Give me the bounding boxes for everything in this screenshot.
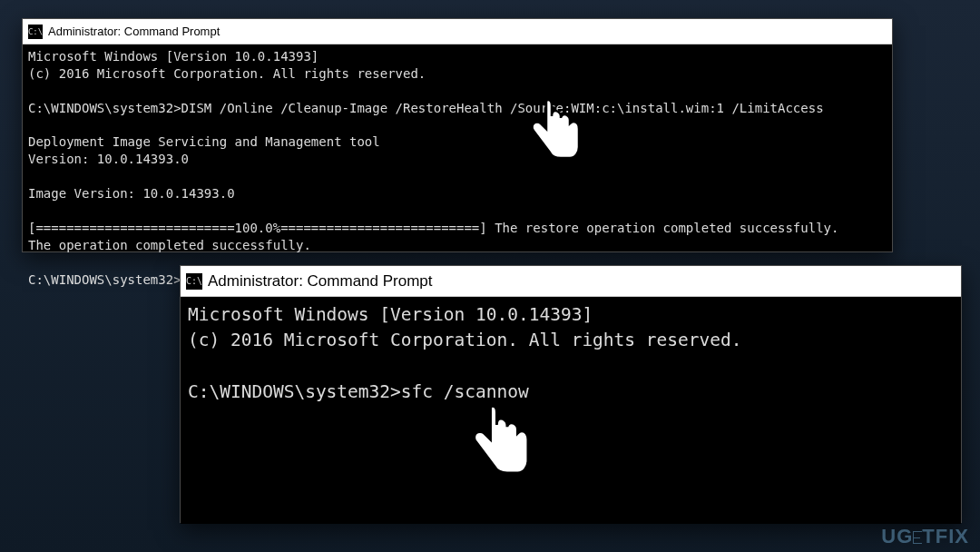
cmd-window-sfc: C:\ Administrator: Command Prompt Micros…	[180, 265, 962, 523]
watermark: UGTFIX	[881, 525, 969, 548]
watermark-suffix: TFIX	[922, 525, 969, 547]
console-output[interactable]: Microsoft Windows [Version 10.0.14393] (…	[23, 44, 892, 251]
console-output[interactable]: Microsoft Windows [Version 10.0.14393] (…	[181, 297, 961, 524]
window-title: Administrator: Command Prompt	[208, 272, 433, 291]
watermark-e-icon	[913, 531, 922, 544]
titlebar[interactable]: C:\ Administrator: Command Prompt	[23, 19, 892, 44]
cmd-icon: C:\	[186, 273, 202, 290]
titlebar[interactable]: C:\ Administrator: Command Prompt	[181, 266, 961, 297]
watermark-prefix: UG	[881, 525, 913, 547]
window-title: Administrator: Command Prompt	[48, 25, 220, 38]
cmd-icon: C:\	[28, 25, 43, 39]
cmd-window-dism: C:\ Administrator: Command Prompt Micros…	[22, 18, 893, 252]
